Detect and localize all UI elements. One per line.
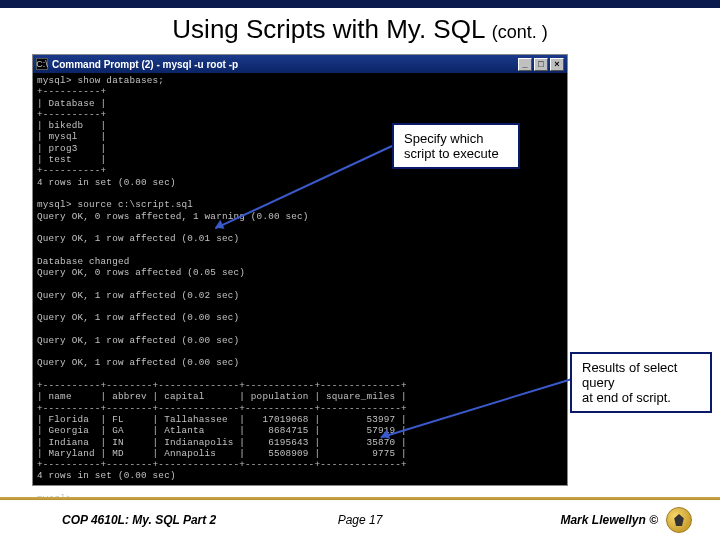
line: +----------+ (37, 165, 106, 176)
line: +----------+ (37, 109, 106, 120)
line: +----------+ (37, 86, 106, 97)
footer-page: Page 17 (338, 513, 383, 527)
callout-text: script to execute (404, 146, 508, 161)
ucf-logo-icon (666, 507, 692, 533)
callout-text: Results of select query (582, 360, 700, 390)
callout-text: Specify which (404, 131, 508, 146)
footer-course: COP 4610L: My. SQL Part 2 (62, 513, 216, 527)
cmd-icon: C:\ (36, 58, 48, 70)
line: | Database | (37, 98, 106, 109)
line: +----------+--------+--------------+----… (37, 459, 407, 470)
slide-title: Using Scripts with My. SQL (cont. ) (0, 8, 720, 49)
line: Query OK, 0 rows affected (0.05 sec) (37, 267, 245, 278)
maximize-button[interactable]: □ (534, 58, 548, 71)
line: Query OK, 1 row affected (0.02 sec) (37, 290, 239, 301)
footer-bar: COP 4610L: My. SQL Part 2 Page 17 Mark L… (0, 500, 720, 540)
minimize-button[interactable]: _ (518, 58, 532, 71)
line: | prog3 | (37, 143, 106, 154)
callout-text: at end of script. (582, 390, 700, 405)
line: | name | abbrev | capital | population |… (37, 391, 407, 402)
line: | Florida | FL | Tallahassee | 17019068 … (37, 414, 407, 425)
window-title-text: Command Prompt (2) - mysql -u root -p (52, 59, 518, 70)
slide-footer: COP 4610L: My. SQL Part 2 Page 17 Mark L… (0, 497, 720, 540)
line: mysql> show databases; (37, 75, 164, 86)
line: | test | (37, 154, 106, 165)
window-buttons: _ □ × (518, 58, 564, 71)
line: | mysql | (37, 131, 106, 142)
line: | Indiana | IN | Indianapolis | 6195643 … (37, 437, 407, 448)
line: 4 rows in set (0.00 sec) (37, 470, 176, 481)
callout-specify-script: Specify which script to execute (392, 123, 520, 169)
top-accent-bar (0, 0, 720, 8)
line: | Georgia | GA | Atlanta | 8684715 | 579… (37, 425, 407, 436)
line: +----------+--------+--------------+----… (37, 403, 407, 414)
line: Query OK, 1 row affected (0.00 sec) (37, 335, 239, 346)
command-prompt-window: C:\ Command Prompt (2) - mysql -u root -… (32, 54, 568, 486)
window-titlebar: C:\ Command Prompt (2) - mysql -u root -… (33, 55, 567, 73)
line: Query OK, 0 rows affected, 1 warning (0.… (37, 211, 309, 222)
line: +----------+--------+--------------+----… (37, 380, 407, 391)
callout-results: Results of select query at end of script… (570, 352, 712, 413)
close-button[interactable]: × (550, 58, 564, 71)
line: | Maryland | MD | Annapolis | 5508909 | … (37, 448, 407, 459)
slide-container: Using Scripts with My. SQL (cont. ) C:\ … (0, 0, 720, 540)
line: Query OK, 1 row affected (0.01 sec) (37, 233, 239, 244)
footer-author-text: Mark Llewellyn © (560, 513, 658, 527)
line: Query OK, 1 row affected (0.00 sec) (37, 357, 239, 368)
line: 4 rows in set (0.00 sec) (37, 177, 176, 188)
line: Database changed (37, 256, 129, 267)
line: Query OK, 1 row affected (0.00 sec) (37, 312, 239, 323)
footer-author: Mark Llewellyn © (560, 507, 692, 533)
line: | bikedb | (37, 120, 106, 131)
line: mysql> source c:\script.sql (37, 199, 193, 210)
title-main: Using Scripts with My. SQL (172, 14, 484, 44)
title-cont: (cont. ) (492, 22, 548, 42)
